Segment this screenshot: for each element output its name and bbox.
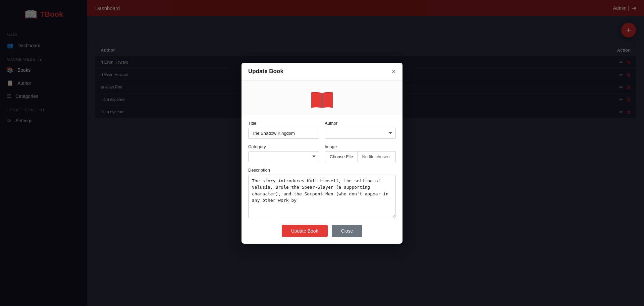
modal-icon-area [241, 80, 402, 115]
description-label: Description [248, 168, 396, 173]
form-group-description: Description [248, 168, 396, 218]
form-group-author: Author [325, 121, 396, 139]
author-select[interactable] [325, 128, 396, 139]
modal-close-button[interactable]: × [392, 68, 396, 75]
file-chosen-label: No file chosen [358, 151, 396, 162]
title-input[interactable] [248, 128, 319, 139]
modal-title: Update Book [248, 68, 283, 75]
image-label: Image [325, 144, 396, 149]
title-label: Title [248, 121, 319, 126]
modal-footer: Update Book Close [241, 225, 402, 244]
choose-file-button[interactable]: Choose File [325, 151, 358, 162]
book-icon [309, 88, 335, 110]
form-row-title-author: Title Author [248, 121, 396, 139]
update-book-button[interactable]: Update Book [282, 225, 328, 237]
description-textarea[interactable] [248, 175, 396, 218]
file-input-area: Choose File No file chosen [325, 151, 396, 162]
author-label: Author [325, 121, 396, 126]
close-modal-button[interactable]: Close [332, 225, 363, 237]
category-select[interactable] [248, 151, 319, 162]
form-group-category: Category [248, 144, 319, 162]
form-row-category-image: Category Image Choose File No file chose… [248, 144, 396, 162]
modal-form: Title Author Category [241, 115, 402, 225]
category-label: Category [248, 144, 319, 149]
modal-header: Update Book × [241, 63, 402, 80]
form-group-title: Title [248, 121, 319, 139]
form-group-image: Image Choose File No file chosen [325, 144, 396, 162]
modal-overlay: Update Book × Title [0, 0, 644, 306]
update-book-modal: Update Book × Title [241, 63, 402, 244]
